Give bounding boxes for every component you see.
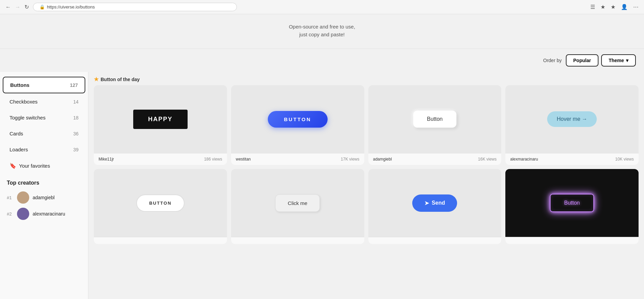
sidebar-item-toggles-count: 18 [73, 115, 79, 120]
sidebar-item-toggles-label: Toggle switches [10, 115, 46, 120]
sidebar-item-cards[interactable]: Cards 36 [3, 126, 85, 141]
creator-item-1[interactable]: #1 adamgiebl [7, 189, 81, 206]
reader-mode-button[interactable]: ☰ [589, 3, 596, 11]
sidebar-item-buttons[interactable]: Buttons 127 [3, 77, 85, 93]
forward-button[interactable]: → [14, 3, 22, 11]
cards-grid: HAPPY Mike11jr 186 views BUTTON westitan… [94, 85, 639, 244]
reload-button[interactable]: ↻ [23, 3, 30, 11]
card-button-outline: BUTTON [94, 169, 227, 244]
card-views-hover-me: 10K views [615, 157, 634, 162]
sidebar-item-loaders[interactable]: Loaders 39 [3, 142, 85, 157]
button-soft[interactable]: Button [413, 111, 456, 128]
grid-area: ★ Button of the day HAPPY Mike11jr 186 v… [88, 72, 644, 299]
button-outline[interactable]: BUTTON [136, 194, 185, 212]
card-views-button-blue: 17K views [341, 157, 360, 162]
happy-button[interactable]: HAPPY [133, 110, 188, 129]
card-author-button-blue: westitan [236, 157, 251, 162]
card-preview-happy: HAPPY [94, 85, 227, 153]
url-text: https://uiverse.io/buttons [47, 4, 95, 10]
card-footer-button-blue: westitan 17K views [231, 153, 364, 165]
extensions-button[interactable]: ★ [599, 3, 607, 11]
card-footer-button-outline [94, 237, 227, 244]
order-by-label: Order by [543, 58, 561, 63]
grid-header: ★ Button of the day [94, 72, 639, 85]
profile-button[interactable]: 👤 [620, 3, 629, 11]
card-views-happy: 186 views [204, 157, 222, 162]
send-button[interactable]: ➤ Send [412, 194, 457, 212]
button-blue[interactable]: BUTTON [268, 111, 328, 128]
send-icon: ➤ [424, 200, 429, 206]
order-bar: Order by Popular Theme ▾ [0, 49, 644, 72]
top-creators-section: Top creators #1 adamgiebl #2 alexmaracin… [0, 174, 88, 222]
sidebar-item-loaders-count: 39 [73, 147, 79, 152]
card-click-me: Click me [231, 169, 364, 244]
card-preview-neon: Button [505, 169, 639, 237]
hero-section: Open-source and free to use, just copy a… [0, 14, 644, 49]
send-label: Send [432, 200, 445, 206]
creator-name-2: alexmaracinaru [33, 211, 65, 217]
hero-subtitle: Open-source and free to use, just copy a… [0, 23, 644, 38]
browser-nav[interactable]: ← → ↻ [4, 3, 30, 11]
card-views-button-soft: 16K views [478, 157, 497, 162]
main-layout: Buttons 127 Checkboxes 14 Toggle switche… [0, 72, 644, 299]
creator-avatar-1 [17, 191, 29, 204]
card-preview-button-outline: BUTTON [94, 169, 227, 237]
hover-me-button[interactable]: Hover me → [547, 111, 597, 127]
creator-rank-1: #1 [7, 195, 14, 200]
card-button-blue: BUTTON westitan 17K views [231, 85, 364, 165]
address-bar[interactable]: 🔒 https://uiverse.io/buttons [33, 3, 237, 11]
back-button[interactable]: ← [4, 3, 12, 11]
card-footer-hover-me: alexmaracinaru 10K views [505, 153, 639, 165]
sidebar-item-toggles[interactable]: Toggle switches 18 [3, 110, 85, 125]
sidebar-item-loaders-label: Loaders [10, 147, 28, 152]
sidebar-item-checkboxes[interactable]: Checkboxes 14 [3, 94, 85, 109]
sidebar-item-buttons-count: 127 [70, 82, 78, 88]
botd-label: ★ Button of the day [94, 76, 639, 82]
top-creators-title: Top creators [7, 180, 81, 186]
lock-icon: 🔒 [39, 4, 45, 10]
creator-name-1: adamgiebl [33, 195, 55, 200]
card-preview-button-soft: Button [368, 85, 502, 153]
card-footer-button-soft: adamgiebl 16K views [368, 153, 502, 165]
card-preview-click-me: Click me [231, 169, 364, 237]
card-preview-send: ➤ Send [368, 169, 502, 237]
card-footer-happy: Mike11jr 186 views [94, 153, 227, 165]
card-happy: HAPPY Mike11jr 186 views [94, 85, 227, 165]
card-hover-me: Hover me → alexmaracinaru 10K views [505, 85, 639, 165]
neon-button[interactable]: Button [550, 194, 594, 212]
chevron-down-icon: ▾ [626, 58, 628, 63]
browser-actions: ☰ ★ ★ 👤 ⋯ [589, 3, 640, 11]
creator-item-2[interactable]: #2 alexmaracinaru [7, 206, 81, 222]
favorites-item[interactable]: 🔖 Your favorites [3, 158, 85, 174]
card-button-soft: Button adamgiebl 16K views [368, 85, 502, 165]
card-footer-send [368, 237, 502, 244]
sidebar-item-cards-label: Cards [10, 131, 23, 136]
sidebar-item-checkboxes-count: 14 [73, 99, 79, 105]
theme-button[interactable]: Theme ▾ [601, 54, 636, 67]
browser-chrome: ← → ↻ 🔒 https://uiverse.io/buttons ☰ ★ ★… [0, 0, 644, 14]
sidebar-item-checkboxes-label: Checkboxes [10, 99, 38, 105]
bookmark-icon: 🔖 [10, 163, 16, 169]
card-author-button-soft: adamgiebl [373, 157, 392, 162]
sidebar-item-buttons-label: Buttons [10, 82, 30, 88]
card-preview-hover-me: Hover me → [505, 85, 639, 153]
popular-button[interactable]: Popular [566, 54, 598, 67]
sidebar: Buttons 127 Checkboxes 14 Toggle switche… [0, 72, 88, 299]
botd-text: Button of the day [101, 77, 140, 82]
card-neon: Button [505, 169, 639, 244]
card-send: ➤ Send [368, 169, 502, 244]
favorites-label: Your favorites [19, 163, 50, 169]
click-me-button[interactable]: Click me [275, 194, 320, 212]
card-author-hover-me: alexmaracinaru [510, 157, 538, 162]
star-icon: ★ [94, 76, 99, 82]
more-button[interactable]: ⋯ [632, 3, 640, 11]
card-author-happy: Mike11jr [99, 157, 114, 162]
sidebar-item-cards-count: 36 [73, 131, 79, 136]
creator-avatar-2 [17, 208, 29, 220]
theme-label: Theme [609, 58, 624, 63]
creator-rank-2: #2 [7, 211, 14, 217]
favorites-button[interactable]: ★ [609, 3, 617, 11]
card-footer-click-me [231, 237, 364, 244]
card-footer-neon [505, 237, 639, 244]
card-preview-button-blue: BUTTON [231, 85, 364, 153]
